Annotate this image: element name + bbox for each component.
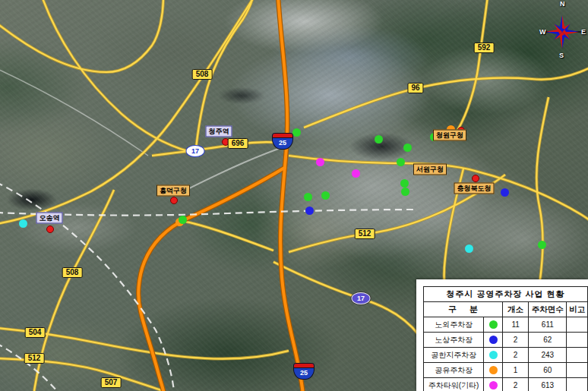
green-parking-dot bbox=[292, 128, 301, 137]
legend-count: 1 bbox=[502, 363, 528, 378]
magenta-parking-dot bbox=[316, 158, 324, 166]
legend-note bbox=[567, 363, 588, 378]
cyan-parking-dot bbox=[465, 244, 473, 253]
legend-spaces: 243 bbox=[529, 348, 567, 363]
legend-category-name: 주차타워(기타) bbox=[424, 378, 484, 391]
legend-row: 노상주차장262 bbox=[424, 333, 588, 348]
legend-row: 노외주차장11611 bbox=[424, 317, 588, 333]
legend-header-note: 비고 bbox=[567, 302, 588, 317]
road-badge-508: 508 bbox=[192, 69, 213, 80]
route-oval-17: 17 bbox=[352, 292, 371, 304]
road-badge-507: 507 bbox=[101, 377, 122, 388]
legend-category-name: 노외주차장 bbox=[424, 317, 484, 333]
compass-w-label: W bbox=[539, 28, 546, 36]
green-parking-dot bbox=[400, 179, 409, 188]
shield-number: 25 bbox=[294, 368, 314, 378]
legend-spaces: 611 bbox=[529, 317, 567, 333]
road-badge-592: 592 bbox=[474, 43, 495, 53]
orange-legend-dot bbox=[489, 366, 498, 374]
green-parking-dot bbox=[401, 188, 409, 196]
legend-count: 11 bbox=[502, 317, 528, 333]
legend-spaces: 62 bbox=[529, 333, 567, 348]
legend-header-spaces: 주차면수 bbox=[529, 302, 567, 317]
legend-row: 공유주차장160 bbox=[424, 363, 588, 378]
green-parking-dot bbox=[321, 191, 330, 200]
place-label-office: 청원구청 bbox=[433, 130, 466, 141]
legend-note bbox=[567, 378, 588, 391]
magenta-legend-dot bbox=[489, 381, 498, 389]
blue-legend-dot bbox=[489, 336, 498, 344]
green-legend-dot bbox=[489, 320, 498, 329]
green-parking-dot bbox=[179, 216, 187, 224]
place-label-office: 흥덕구청 bbox=[156, 185, 190, 197]
legend-header-count: 개소 bbox=[502, 302, 528, 317]
magenta-parking-dot bbox=[352, 169, 360, 178]
compass-n-label: N bbox=[560, 0, 565, 8]
road-badge-512: 512 bbox=[24, 353, 45, 364]
place-marker-dot bbox=[170, 197, 178, 204]
blue-parking-dot bbox=[501, 188, 509, 197]
blue-parking-dot bbox=[305, 207, 314, 215]
place-label-station: 청주역 bbox=[206, 126, 232, 137]
legend-row: 주차타워(기타)2613 bbox=[424, 378, 588, 391]
green-parking-dot bbox=[538, 241, 546, 249]
place-label-station: 오송역 bbox=[36, 213, 63, 224]
legend-category-name: 공유주차장 bbox=[424, 363, 484, 378]
legend-dot-cell bbox=[484, 333, 503, 348]
road-badge-504: 504 bbox=[25, 327, 46, 338]
legend-count: 2 bbox=[502, 348, 528, 363]
road-badge-512: 512 bbox=[355, 229, 375, 239]
legend-count: 2 bbox=[502, 333, 528, 348]
legend-dot-cell bbox=[484, 348, 503, 363]
road-badge-696: 696 bbox=[228, 138, 248, 149]
green-parking-dot bbox=[304, 193, 312, 201]
compass-rose: N W E S bbox=[539, 0, 586, 67]
road-badge-508: 508 bbox=[62, 267, 83, 278]
route-oval-17: 17 bbox=[186, 145, 205, 157]
green-parking-dot bbox=[375, 135, 383, 143]
legend-count: 2 bbox=[502, 378, 528, 391]
cyan-legend-dot bbox=[489, 351, 498, 359]
legend-category-name: 공한지주차장 bbox=[424, 348, 484, 363]
compass-s-label: S bbox=[559, 52, 564, 59]
green-parking-dot bbox=[403, 143, 412, 152]
legend-note bbox=[567, 348, 588, 363]
legend-header-category: 구 분 bbox=[424, 302, 503, 317]
legend-dot-cell bbox=[484, 363, 503, 378]
road-badge-96: 96 bbox=[407, 83, 423, 93]
legend-table: 청주시 공영주차장 사업 현황 구 분 개소 주차면수 비고 노외주차장1161… bbox=[423, 286, 588, 391]
shield-number: 25 bbox=[273, 138, 292, 148]
legend-spaces: 60 bbox=[529, 363, 567, 378]
legend-dot-cell bbox=[484, 317, 503, 333]
place-label-office: 서원구청 bbox=[413, 164, 447, 175]
legend-note bbox=[567, 317, 588, 333]
legend-category-name: 노상주차장 bbox=[424, 333, 484, 348]
legend-row: 공한지주차장2243 bbox=[424, 348, 588, 363]
map-canvas[interactable]: 5085929669651250850451250717172525청주역오송역… bbox=[0, 0, 588, 391]
legend-title: 청주시 공영주차장 사업 현황 bbox=[424, 287, 588, 302]
legend-panel: 청주시 공영주차장 사업 현황 구 분 개소 주차면수 비고 노외주차장1161… bbox=[416, 279, 588, 391]
legend-dot-cell bbox=[484, 378, 503, 391]
place-label-office: 충청북도청 bbox=[454, 183, 495, 194]
green-parking-dot bbox=[397, 158, 405, 166]
cyan-parking-dot bbox=[19, 219, 27, 228]
place-marker-dot bbox=[46, 225, 54, 233]
compass-e-label: E bbox=[581, 28, 586, 36]
place-marker-dot bbox=[472, 175, 479, 182]
legend-note bbox=[567, 333, 588, 348]
legend-spaces: 613 bbox=[529, 378, 567, 391]
